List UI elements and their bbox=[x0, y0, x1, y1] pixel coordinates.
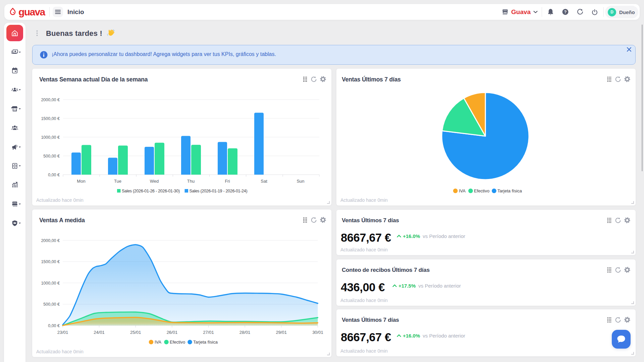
svg-text:24/01: 24/01 bbox=[94, 330, 105, 335]
svg-text:27/01: 27/01 bbox=[203, 330, 214, 335]
svg-text:500,00 €: 500,00 € bbox=[43, 302, 60, 307]
svg-text:26/01: 26/01 bbox=[167, 330, 178, 335]
svg-text:Fri: Fri bbox=[225, 179, 230, 184]
svg-text:23/01: 23/01 bbox=[57, 330, 68, 335]
svg-text:Sat: Sat bbox=[261, 179, 267, 184]
svg-text:Tarjeta física: Tarjeta física bbox=[497, 188, 522, 193]
svg-text:500,00 €: 500,00 € bbox=[43, 154, 60, 159]
svg-text:Efectivo: Efectivo bbox=[170, 340, 185, 345]
svg-text:2000,00 €: 2000,00 € bbox=[41, 238, 60, 243]
svg-text:2000,00 €: 2000,00 € bbox=[41, 98, 60, 102]
svg-text:Mon: Mon bbox=[77, 179, 85, 184]
svg-text:28/01: 28/01 bbox=[239, 330, 251, 335]
svg-text:29/01: 29/01 bbox=[276, 330, 287, 335]
svg-text:1000,00 €: 1000,00 € bbox=[41, 135, 60, 140]
svg-text:IVA: IVA bbox=[459, 188, 466, 193]
svg-text:25/01: 25/01 bbox=[130, 330, 141, 335]
svg-text:1500,00 €: 1500,00 € bbox=[41, 259, 60, 264]
svg-text:Wed: Wed bbox=[150, 179, 159, 184]
svg-text:Efectivo: Efectivo bbox=[474, 188, 489, 193]
svg-text:30/01: 30/01 bbox=[312, 330, 323, 335]
svg-text:Thu: Thu bbox=[187, 179, 195, 184]
svg-text:0,00 €: 0,00 € bbox=[48, 173, 60, 177]
svg-text:Sun: Sun bbox=[297, 179, 304, 184]
svg-text:0,00 €: 0,00 € bbox=[48, 323, 60, 328]
svg-text:Sales (2026-01-26 - 2026-01-30: Sales (2026-01-26 - 2026-01-30) bbox=[122, 189, 180, 193]
svg-text:1500,00 €: 1500,00 € bbox=[41, 116, 60, 121]
svg-text:1000,00 €: 1000,00 € bbox=[41, 281, 60, 286]
svg-text:Tue: Tue bbox=[114, 179, 121, 184]
svg-text:Tarjeta física: Tarjeta física bbox=[193, 340, 218, 345]
svg-text:IVA: IVA bbox=[155, 340, 161, 345]
svg-text:?: ? bbox=[564, 9, 567, 14]
svg-text:Sales (2026-01-19 - 2026-01-24: Sales (2026-01-19 - 2026-01-24) bbox=[190, 189, 248, 193]
